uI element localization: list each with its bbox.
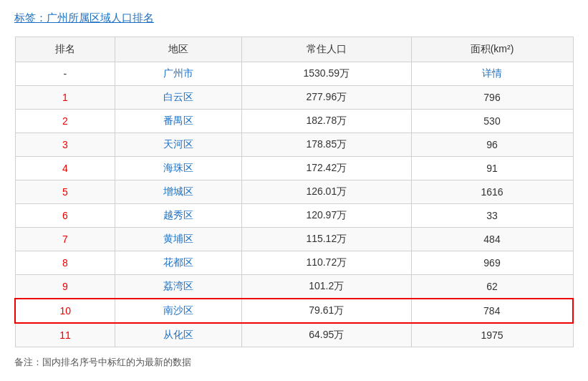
rank-value: - (64, 68, 67, 79)
cell-rank: 9 (15, 275, 115, 299)
cell-area: 969 (411, 251, 573, 275)
cell-rank: 1 (15, 86, 115, 110)
rank-value: 4 (62, 163, 68, 174)
table-row: 5增城区126.01万1616 (15, 180, 573, 204)
cell-rank: 7 (15, 228, 115, 251)
cell-population: 79.61万 (242, 299, 411, 323)
cell-region[interactable]: 白云区 (115, 86, 242, 110)
region-link[interactable]: 花都区 (163, 256, 193, 268)
cell-rank: 3 (15, 133, 115, 157)
area-link[interactable]: 详情 (482, 67, 502, 79)
cell-region[interactable]: 越秀区 (115, 204, 242, 228)
cell-population: 182.78万 (242, 110, 411, 133)
cell-rank: 5 (15, 180, 115, 204)
col-header-population: 常住人口 (242, 37, 411, 62)
cell-population: 1530.59万 (242, 62, 411, 86)
rank-value: 7 (62, 233, 68, 245)
cell-area[interactable]: 详情 (411, 62, 573, 86)
table-row: 6越秀区120.97万33 (15, 204, 573, 228)
table-row: 4海珠区172.42万91 (15, 157, 573, 180)
cell-region[interactable]: 海珠区 (115, 157, 242, 180)
cell-region[interactable]: 黄埔区 (115, 228, 242, 251)
table-row: -广州市1530.59万详情 (15, 62, 573, 86)
table-row: 1白云区277.96万796 (15, 86, 573, 110)
cell-area: 1975 (411, 323, 573, 347)
cell-rank: 4 (15, 157, 115, 180)
table-row: 7黄埔区115.12万484 (15, 228, 573, 251)
region-link[interactable]: 南沙区 (163, 304, 193, 316)
region-link[interactable]: 增城区 (163, 185, 193, 197)
cell-population: 126.01万 (242, 180, 411, 204)
region-link[interactable]: 天河区 (163, 138, 193, 150)
cell-region[interactable]: 番禺区 (115, 110, 242, 133)
cell-area: 796 (411, 86, 573, 110)
cell-rank: - (15, 62, 115, 86)
cell-region[interactable]: 南沙区 (115, 299, 242, 323)
cell-population: 64.95万 (242, 323, 411, 347)
cell-rank: 8 (15, 251, 115, 275)
cell-area: 62 (411, 275, 573, 299)
region-link[interactable]: 荔湾区 (163, 280, 193, 291)
cell-region[interactable]: 荔湾区 (115, 275, 242, 299)
rank-value: 1 (62, 92, 68, 103)
region-link[interactable]: 番禺区 (163, 115, 193, 126)
cell-rank: 2 (15, 110, 115, 133)
cell-rank: 6 (15, 204, 115, 228)
cell-area: 96 (411, 133, 573, 157)
col-header-rank: 排名 (15, 37, 115, 62)
cell-rank: 11 (15, 323, 115, 347)
table-row: 3天河区178.85万96 (15, 133, 573, 157)
region-link[interactable]: 白云区 (163, 91, 193, 102)
region-link[interactable]: 海珠区 (163, 162, 193, 173)
rank-value: 11 (59, 329, 71, 341)
region-link[interactable]: 黄埔区 (163, 233, 193, 244)
cell-population: 110.72万 (242, 251, 411, 275)
cell-area: 784 (411, 299, 573, 323)
cell-area: 33 (411, 204, 573, 228)
rank-value: 10 (59, 305, 71, 317)
cell-area: 1616 (411, 180, 573, 204)
col-header-area: 面积(km²) (411, 37, 573, 62)
cell-population: 178.85万 (242, 133, 411, 157)
region-link[interactable]: 广州市 (163, 67, 193, 79)
region-link[interactable]: 越秀区 (163, 209, 193, 221)
page-title[interactable]: 标签：广州所属区域人口排名 (14, 11, 574, 25)
cell-region[interactable]: 增城区 (115, 180, 242, 204)
rank-value: 3 (62, 139, 68, 150)
cell-area: 530 (411, 110, 573, 133)
population-table: 排名 地区 常住人口 面积(km²) -广州市1530.59万详情1白云区277… (14, 37, 574, 347)
cell-rank: 10 (15, 299, 115, 323)
table-row: 2番禺区182.78万530 (15, 110, 573, 133)
region-link[interactable]: 从化区 (163, 329, 193, 340)
table-row: 9荔湾区101.2万62 (15, 275, 573, 299)
rank-value: 6 (62, 210, 68, 221)
table-row: 8花都区110.72万969 (15, 251, 573, 275)
cell-population: 120.97万 (242, 204, 411, 228)
cell-region[interactable]: 花都区 (115, 251, 242, 275)
cell-region[interactable]: 广州市 (115, 62, 242, 86)
table-row: 11从化区64.95万1975 (15, 323, 573, 347)
rank-value: 5 (62, 186, 68, 198)
table-header-row: 排名 地区 常住人口 面积(km²) (15, 37, 573, 62)
note-text: 备注：国内排名序号中标红的为最新的数据 (14, 356, 574, 369)
cell-area: 484 (411, 228, 573, 251)
cell-region[interactable]: 从化区 (115, 323, 242, 347)
cell-population: 101.2万 (242, 275, 411, 299)
rank-value: 2 (62, 115, 68, 127)
cell-population: 172.42万 (242, 157, 411, 180)
table-row: 10南沙区79.61万784 (15, 299, 573, 323)
cell-area: 91 (411, 157, 573, 180)
rank-value: 8 (62, 257, 68, 269)
cell-population: 115.12万 (242, 228, 411, 251)
col-header-region: 地区 (115, 37, 242, 62)
cell-region[interactable]: 天河区 (115, 133, 242, 157)
rank-value: 9 (62, 281, 68, 292)
cell-population: 277.96万 (242, 86, 411, 110)
